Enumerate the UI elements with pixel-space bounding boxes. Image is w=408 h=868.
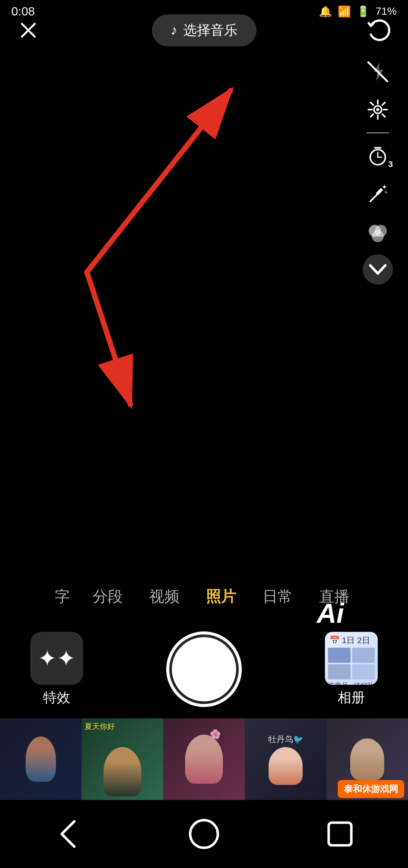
photo-thumb-3[interactable]: 🌸 (163, 718, 245, 800)
ai-badge: Ai (304, 591, 356, 635)
svg-point-4 (376, 108, 379, 111)
watermark: 泰和休游戏网 (338, 780, 404, 798)
settings-button[interactable] (363, 94, 393, 125)
recent-apps-button[interactable] (321, 815, 359, 853)
watermark-text: 泰和休游戏网 (338, 780, 404, 798)
filter-button[interactable] (363, 217, 393, 247)
beauty-button[interactable]: ✦ + (363, 179, 393, 209)
expand-button[interactable] (363, 254, 393, 285)
svg-text:+: + (385, 189, 388, 195)
top-toolbar: ♪ 选择音乐 (0, 11, 408, 49)
album-button[interactable]: 📅 1日 2日 选商品 · 送好礼 相册 (325, 632, 378, 707)
right-sidebar: 3 ✦ + (363, 57, 393, 285)
nav-bar (0, 800, 408, 868)
effects-button[interactable]: ✦✦ 特效 (30, 632, 83, 707)
shutter-inner (172, 637, 236, 701)
flip-camera-button[interactable] (366, 17, 393, 43)
tab-daily[interactable]: 日常 (249, 580, 306, 613)
home-button[interactable] (185, 815, 223, 853)
tab-photo[interactable]: 照片 (193, 580, 249, 613)
photo-thumb-4[interactable]: 牡丹鸟🐦 (245, 718, 326, 800)
shutter-button[interactable] (166, 631, 242, 707)
music-select-button[interactable]: ♪ 选择音乐 (152, 14, 257, 46)
sidebar-divider (366, 132, 389, 133)
photo-thumb-2[interactable]: 夏天你好 (82, 718, 163, 800)
tab-segment[interactable]: 分段 (79, 580, 136, 613)
ai-text: Ai (317, 598, 344, 629)
timer-button[interactable]: 3 (363, 141, 393, 171)
album-icon: 📅 1日 2日 选商品 · 送好礼 (325, 632, 378, 685)
camera-controls: ✦✦ 特效 📅 1日 2日 选商品 · 送好礼 相册 (0, 631, 408, 707)
sparkle-icon: ✦✦ (38, 645, 76, 672)
svg-point-15 (372, 230, 384, 242)
back-button[interactable] (49, 815, 87, 853)
music-label: 选择音乐 (183, 21, 238, 40)
tab-video[interactable]: 视频 (136, 580, 193, 613)
effects-label: 特效 (43, 689, 70, 707)
flash-button[interactable] (363, 57, 393, 87)
album-label: 相册 (338, 689, 365, 707)
tab-text-mode[interactable]: 字 (45, 580, 79, 613)
music-icon: ♪ (171, 22, 178, 38)
effects-icon-box: ✦✦ (30, 632, 83, 685)
timer-badge: 3 (388, 159, 393, 169)
svg-rect-21 (329, 823, 351, 845)
photo-thumb-1[interactable] (0, 718, 82, 800)
svg-point-20 (190, 820, 218, 848)
close-button[interactable] (15, 17, 42, 43)
